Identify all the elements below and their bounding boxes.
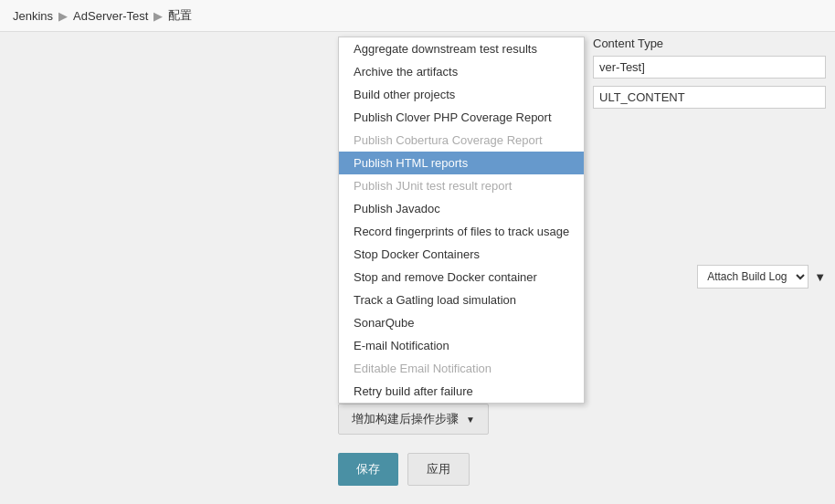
dropdown-item[interactable]: Stop and remove Docker container [339, 266, 584, 289]
right-panel: Content Type ver-Test] ULT_CONTENT [593, 37, 826, 116]
dropdown-item[interactable]: Record fingerprints of files to track us… [339, 220, 584, 243]
dropdown-item[interactable]: Publish Clover PHP Coverage Report [339, 106, 584, 129]
dropdown-item[interactable]: Stop Docker Containers [339, 243, 584, 266]
dropdown-item[interactable]: Track a Gatling load simulation [339, 289, 584, 311]
log-select[interactable]: Attach Build Log [697, 265, 809, 289]
dropdown-item: Publish Cobertura Coverage Report [339, 129, 584, 152]
dropdown-item[interactable]: Retry build after failure [339, 380, 584, 403]
breadcrumb-sep-1: ▶ [58, 9, 68, 23]
dropdown-item[interactable]: SonarQube [339, 311, 584, 334]
save-row: 保存 应用 [338, 453, 489, 486]
add-step-button[interactable]: 增加构建后操作步骤 ▼ [338, 404, 489, 435]
breadcrumb-sep-2: ▶ [153, 9, 163, 23]
content-type-label: Content Type [593, 37, 826, 50]
dropdown-item[interactable]: Aggregate downstream test results [339, 37, 584, 60]
apply-button[interactable]: 应用 [407, 453, 470, 486]
dropdown-item[interactable]: Build other projects [339, 83, 584, 106]
dropdown-item: Publish JUnit test result report [339, 174, 584, 197]
add-step-arrow-icon: ▼ [466, 415, 475, 425]
breadcrumb-config: 配置 [168, 7, 192, 24]
breadcrumb: Jenkins ▶ AdServer-Test ▶ 配置 [0, 0, 835, 32]
dropdown-item[interactable]: Publish Javadoc [339, 197, 584, 220]
log-select-row: Attach Build Log ▼ [697, 265, 826, 289]
add-step-label: 增加构建后操作步骤 [352, 411, 459, 427]
dropdown-arrow-icon: ▼ [814, 270, 826, 284]
breadcrumb-jenkins[interactable]: Jenkins [13, 9, 53, 23]
dropdown-item[interactable]: E-mail Notification [339, 334, 584, 357]
bottom-actions: 增加构建后操作步骤 ▼ 保存 应用 [338, 404, 489, 486]
dropdown-menu: Aggregate downstream test resultsArchive… [338, 37, 585, 404]
dropdown-item: Editable Email Notification [339, 357, 584, 380]
ad-server-value: ver-Test] [593, 56, 826, 79]
save-button[interactable]: 保存 [338, 453, 398, 486]
dropdown-item[interactable]: Publish HTML reports [339, 152, 584, 174]
dropdown-item[interactable]: Archive the artifacts [339, 60, 584, 83]
default-content-value: ULT_CONTENT [593, 86, 826, 109]
breadcrumb-adserver[interactable]: AdServer-Test [73, 9, 148, 23]
